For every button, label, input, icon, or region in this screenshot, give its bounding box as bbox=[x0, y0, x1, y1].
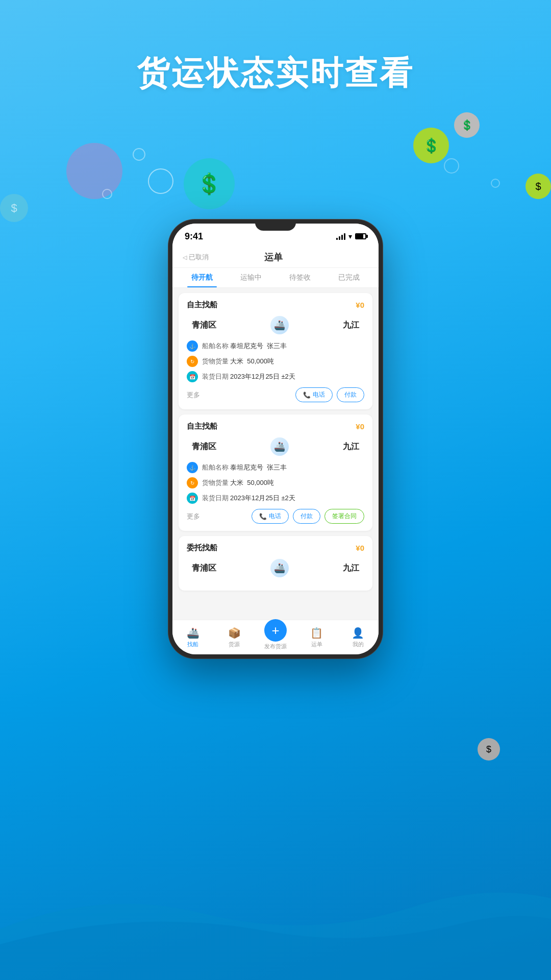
cargo-value-1: 大米 50,000吨 bbox=[230, 357, 364, 366]
route-row-2: 青浦区 🚢 九江 bbox=[187, 437, 364, 456]
card-type-3: 委托找船 bbox=[187, 543, 217, 553]
header-back-label: 已取消 bbox=[189, 253, 209, 262]
to-city-3: 九江 bbox=[343, 563, 359, 574]
card-price-3: ¥0 bbox=[356, 544, 364, 552]
phone-icon-2: 📞 bbox=[259, 513, 267, 520]
ship-icon-1: 🚢 bbox=[270, 316, 289, 334]
phone-notch bbox=[255, 219, 296, 231]
card-price-1: ¥0 bbox=[356, 301, 364, 309]
cargo-value-2: 大米 50,000吨 bbox=[230, 478, 364, 487]
nav-profile-label: 我的 bbox=[353, 641, 364, 648]
battery-icon bbox=[355, 233, 366, 239]
date-label-1: 装货日期 bbox=[202, 372, 230, 381]
back-arrow-icon: ◁ bbox=[183, 254, 187, 261]
tabs-row: 待开航 运输中 待签收 已完成 bbox=[172, 268, 379, 288]
nav-cargo[interactable]: 📦 货源 bbox=[214, 626, 255, 648]
card-header-1: 自主找船 ¥0 bbox=[187, 300, 364, 310]
order-card-2: 自主找船 ¥0 青浦区 🚢 九江 ⚓ 船舶名称 泰坦尼克号 张三丰 ↻ bbox=[179, 414, 372, 531]
order-list[interactable]: 自主找船 ¥0 青浦区 🚢 九江 ⚓ 船舶名称 泰坦尼克号 张三丰 ↻ bbox=[172, 288, 379, 620]
ship-icon-3: 🚢 bbox=[270, 559, 289, 577]
action-row-2: 更多 📞 电话 付款 签署合同 bbox=[187, 509, 364, 524]
bottom-nav: 🚢 找船 📦 货源 + 发布货源 📋 运单 👤 我的 bbox=[172, 620, 379, 654]
find-ship-icon: 🚢 bbox=[186, 626, 199, 640]
date-info-icon-1: 📅 bbox=[187, 371, 198, 382]
more-label-2[interactable]: 更多 bbox=[187, 512, 200, 521]
status-icons: ▾ bbox=[336, 232, 366, 240]
order-card-3: 委托找船 ¥0 青浦区 🚢 九江 bbox=[179, 536, 372, 591]
action-btns-1: 📞 电话 付款 bbox=[295, 387, 364, 402]
cargo-info-icon-1: ↻ bbox=[187, 356, 198, 367]
cargo-info-icon-2: ↻ bbox=[187, 477, 198, 488]
ship-icon-2: 🚢 bbox=[270, 437, 289, 456]
to-city-2: 九江 bbox=[343, 442, 359, 452]
nav-publish-label: 发布货源 bbox=[264, 643, 287, 650]
cargo-label-1: 货物货量 bbox=[202, 357, 230, 366]
call-button-2[interactable]: 📞 电话 bbox=[252, 509, 289, 524]
from-city-3: 青浦区 bbox=[192, 563, 216, 574]
orders-icon: 📋 bbox=[310, 626, 323, 640]
tab-pending-sail[interactable]: 待开航 bbox=[178, 268, 227, 287]
app-header: ◁ 已取消 运单 bbox=[172, 246, 379, 268]
from-city-1: 青浦区 bbox=[192, 320, 216, 331]
cargo-icon: 📦 bbox=[228, 626, 241, 640]
info-date-2: 📅 装货日期 2023年12月25日 ±2天 bbox=[187, 493, 364, 504]
page-title: 货运状态实时查看 bbox=[0, 51, 551, 95]
wifi-icon: ▾ bbox=[348, 232, 352, 240]
phone-frame: 9:41 ▾ ◁ 已取消 bbox=[168, 219, 383, 658]
call-button-1[interactable]: 📞 电话 bbox=[295, 387, 333, 402]
nav-orders-label: 运单 bbox=[311, 641, 322, 648]
ship-label-2: 船舶名称 bbox=[202, 463, 230, 472]
publish-icon: + bbox=[264, 619, 287, 642]
pay-button-1[interactable]: 付款 bbox=[337, 387, 364, 402]
order-card-1: 自主找船 ¥0 青浦区 🚢 九江 ⚓ 船舶名称 泰坦尼克号 张三丰 ↻ bbox=[179, 293, 372, 409]
nav-find-ship-label: 找船 bbox=[187, 641, 198, 648]
ship-info-icon-2: ⚓ bbox=[187, 462, 198, 473]
card-header-3: 委托找船 ¥0 bbox=[187, 543, 364, 553]
date-value-1: 2023年12月25日 ±2天 bbox=[230, 372, 364, 381]
ship-label-1: 船舶名称 bbox=[202, 341, 230, 351]
tab-pending-sign[interactable]: 待签收 bbox=[276, 268, 324, 287]
tab-in-transit[interactable]: 运输中 bbox=[227, 268, 276, 287]
to-city-1: 九江 bbox=[343, 320, 359, 331]
info-ship-2: ⚓ 船舶名称 泰坦尼克号 张三丰 bbox=[187, 462, 364, 473]
nav-profile[interactable]: 👤 我的 bbox=[337, 626, 379, 648]
card-price-2: ¥0 bbox=[356, 422, 364, 431]
nav-find-ship[interactable]: 🚢 找船 bbox=[172, 626, 214, 648]
cargo-label-2: 货物货量 bbox=[202, 478, 230, 487]
header-title: 运单 bbox=[264, 251, 283, 263]
phone-screen: 9:41 ▾ ◁ 已取消 bbox=[172, 224, 379, 654]
action-btns-2: 📞 电话 付款 签署合同 bbox=[252, 509, 364, 524]
nav-cargo-label: 货源 bbox=[229, 641, 240, 648]
status-time: 9:41 bbox=[185, 231, 203, 242]
tab-completed[interactable]: 已完成 bbox=[324, 268, 373, 287]
sign-button-2[interactable]: 签署合同 bbox=[324, 509, 364, 524]
more-label-1[interactable]: 更多 bbox=[187, 390, 200, 400]
info-date-1: 📅 装货日期 2023年12月25日 ±2天 bbox=[187, 371, 364, 382]
header-back[interactable]: ◁ 已取消 bbox=[183, 253, 209, 262]
route-row-3: 青浦区 🚢 九江 bbox=[187, 559, 364, 577]
ship-value-1: 泰坦尼克号 张三丰 bbox=[230, 341, 364, 351]
phone-icon-1: 📞 bbox=[303, 391, 311, 399]
action-row-1: 更多 📞 电话 付款 bbox=[187, 387, 364, 402]
card-header-2: 自主找船 ¥0 bbox=[187, 422, 364, 431]
phone-mockup: 9:41 ▾ ◁ 已取消 bbox=[168, 219, 383, 658]
card-type-1: 自主找船 bbox=[187, 300, 217, 310]
nav-publish[interactable]: + 发布货源 bbox=[255, 624, 296, 650]
signal-icon bbox=[336, 233, 345, 240]
date-label-2: 装货日期 bbox=[202, 494, 230, 503]
pay-button-2[interactable]: 付款 bbox=[293, 509, 320, 524]
card-type-2: 自主找船 bbox=[187, 422, 217, 431]
route-row-1: 青浦区 🚢 九江 bbox=[187, 316, 364, 334]
nav-orders[interactable]: 📋 运单 bbox=[296, 626, 337, 648]
date-value-2: 2023年12月25日 ±2天 bbox=[230, 494, 364, 503]
profile-icon: 👤 bbox=[352, 626, 365, 640]
ship-value-2: 泰坦尼克号 张三丰 bbox=[230, 463, 364, 472]
date-info-icon-2: 📅 bbox=[187, 493, 198, 504]
info-cargo-2: ↻ 货物货量 大米 50,000吨 bbox=[187, 477, 364, 488]
from-city-2: 青浦区 bbox=[192, 442, 216, 452]
info-ship-1: ⚓ 船舶名称 泰坦尼克号 张三丰 bbox=[187, 340, 364, 352]
ship-info-icon-1: ⚓ bbox=[187, 340, 198, 352]
info-cargo-1: ↻ 货物货量 大米 50,000吨 bbox=[187, 356, 364, 367]
